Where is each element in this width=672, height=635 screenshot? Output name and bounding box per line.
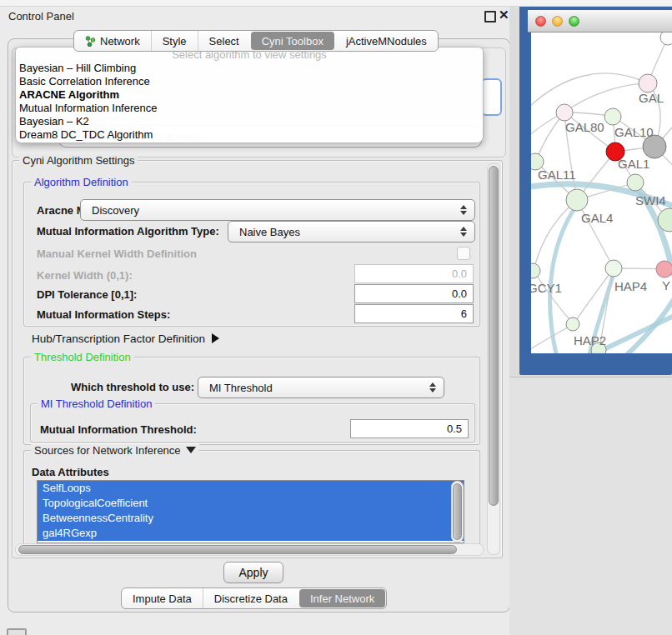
control-panel-title: Control Panel bbox=[8, 10, 74, 22]
node-label-gal11: GAL11 bbox=[538, 168, 576, 182]
kernel-width-field[interactable]: 0.0 bbox=[354, 264, 474, 283]
data-attributes-list: SelfLoopsTopologicalCoefficientBetweenne… bbox=[37, 480, 464, 543]
stepper-arrows-icon bbox=[460, 227, 467, 237]
tab-label: Infer Network bbox=[310, 592, 374, 605]
close-traffic-light-icon[interactable] bbox=[535, 16, 546, 27]
attribute-item-topologicalcoefficient[interactable]: TopologicalCoefficient bbox=[38, 496, 464, 511]
collapse-arrow-icon bbox=[186, 447, 196, 453]
manual-kernel-checkbox[interactable] bbox=[457, 247, 470, 260]
algorithm-option-aracne-algorithm[interactable]: ARACNE Algorithm bbox=[16, 88, 483, 102]
cyni-algorithm-settings-title: Cyni Algorithm Settings bbox=[19, 154, 138, 167]
aracne-mode-select[interactable]: Discovery bbox=[80, 199, 475, 221]
control-panel-bottom-tabs: Impute DataDiscretize DataInfer Network bbox=[121, 588, 387, 609]
tab-label: Discretize Data bbox=[214, 592, 288, 605]
network-tab-icon bbox=[85, 36, 96, 47]
tab-label: Select bbox=[209, 35, 239, 48]
node-label-gal10: GAL10 bbox=[614, 125, 654, 139]
minimize-traffic-light-icon[interactable] bbox=[552, 16, 563, 27]
hub-definition-toggle[interactable]: Hub/Transcription Factor Definition bbox=[32, 332, 219, 345]
close-icon[interactable]: ✕ bbox=[499, 8, 509, 22]
settings-vertical-scrollbar[interactable] bbox=[487, 163, 500, 555]
mi-threshold-label: Mutual Information Threshold: bbox=[40, 423, 197, 436]
algorithm-option-dream8-dc-tdc-algorithm[interactable]: Dream8 DC_TDC Algorithm bbox=[16, 128, 483, 142]
which-threshold-value: MI Threshold bbox=[209, 382, 273, 394]
data-attributes-label: Data Attributes bbox=[32, 466, 109, 478]
settings-horizontal-scrollbar[interactable] bbox=[15, 543, 484, 556]
network-edge[interactable] bbox=[624, 294, 672, 353]
dpi-tolerance-field[interactable]: 0.0 bbox=[354, 284, 474, 303]
tab-network[interactable]: Network bbox=[74, 31, 151, 51]
tab-jactivemnodules[interactable]: jActiveMNodules bbox=[335, 31, 438, 51]
zoom-traffic-light-icon[interactable] bbox=[569, 16, 579, 27]
network-window-titlebar bbox=[528, 10, 672, 32]
tab-label: Network bbox=[100, 35, 140, 48]
dpi-tolerance-label: DPI Tolerance [0,1]: bbox=[37, 288, 137, 301]
which-threshold-select[interactable]: MI Threshold bbox=[198, 377, 444, 398]
manual-kernel-label: Manual Kernel Width Definition bbox=[37, 248, 197, 260]
node-label-y: Y bbox=[662, 278, 670, 292]
node-label-hap4: HAP4 bbox=[614, 279, 647, 293]
hub-definition-label: Hub/Transcription Factor Definition bbox=[32, 332, 205, 345]
tab-discretize-data[interactable]: Discretize Data bbox=[203, 588, 298, 608]
sources-title: Sources for Network Inference bbox=[34, 444, 181, 457]
mi-steps-label: Mutual Information Steps: bbox=[37, 308, 170, 321]
sources-title-row[interactable]: Sources for Network Inference bbox=[31, 444, 199, 457]
which-threshold-label: Which threshold to use: bbox=[71, 381, 194, 393]
top-strip bbox=[0, 0, 672, 7]
algorithm-option-mutual-information-inference[interactable]: Mutual Information Inference bbox=[16, 102, 483, 115]
control-panel-tabs: NetworkStyleSelectCyni ToolboxjActiveMNo… bbox=[73, 30, 439, 52]
network-edge[interactable] bbox=[564, 83, 648, 112]
tab-cyni-toolbox[interactable]: Cyni Toolbox bbox=[251, 32, 334, 50]
stepper-arrows-icon bbox=[460, 205, 467, 215]
stepper-arrows-icon bbox=[429, 382, 436, 392]
node-label-gal1: GAL1 bbox=[618, 157, 649, 171]
algorithm-dropdown-list: Select algorithm to view settings Bayesi… bbox=[15, 47, 484, 143]
network-node[interactable] bbox=[605, 260, 622, 277]
node-label-swi4: SWI4 bbox=[635, 193, 666, 208]
network-node[interactable] bbox=[627, 174, 644, 191]
tab-infer-network[interactable]: Infer Network bbox=[299, 589, 385, 608]
network-node[interactable] bbox=[604, 108, 621, 125]
algorithm-option-bayesian-hill-climbing[interactable]: Bayesian – Hill Climbing bbox=[16, 62, 483, 75]
network-node[interactable] bbox=[566, 318, 579, 331]
node-label-gcy1: GCY1 bbox=[531, 281, 562, 295]
network-edge[interactable] bbox=[534, 271, 574, 324]
algorithm-option-bayesian-k2[interactable]: Bayesian – K2 bbox=[16, 115, 483, 128]
attribute-item-gal4rgexp[interactable]: gal4RGexp bbox=[38, 526, 464, 541]
network-edge[interactable] bbox=[531, 73, 648, 108]
network-canvas[interactable]: GALGAL80GAL10GAL1GAL11GAL4SWI4GCY1HAP4YH… bbox=[531, 32, 672, 353]
network-node[interactable] bbox=[566, 189, 588, 211]
attribute-item-selfloops[interactable]: SelfLoops bbox=[38, 481, 464, 496]
network-view-window[interactable]: GALGAL80GAL10GAL1GAL11GAL4SWI4GCY1HAP4YH… bbox=[519, 5, 672, 375]
table-panel: Table Panel ⚙ ✓✓ shared... name YDL19...… bbox=[509, 377, 672, 635]
tab-impute-data[interactable]: Impute Data bbox=[122, 588, 203, 608]
algorithm-definition-title: Algorithm Definition bbox=[31, 176, 132, 188]
node-label-gal4: GAL4 bbox=[581, 211, 613, 225]
attributes-vertical-scrollbar[interactable] bbox=[451, 481, 464, 542]
tab-label: Cyni Toolbox bbox=[262, 35, 323, 48]
apply-button[interactable]: Apply bbox=[223, 562, 283, 583]
network-node[interactable] bbox=[656, 261, 672, 278]
network-node[interactable] bbox=[660, 32, 672, 45]
node-label-gal: GAL bbox=[639, 91, 664, 105]
network-node[interactable] bbox=[639, 74, 657, 92]
mi-algorithm-type-select[interactable]: Naive Bayes bbox=[228, 221, 475, 242]
mi-algorithm-type-label: Mutual Information Algorithm Type: bbox=[37, 225, 219, 238]
network-graph: GALGAL80GAL10GAL1GAL11GAL4SWI4GCY1HAP4YH… bbox=[531, 32, 672, 353]
tab-label: jActiveMNodules bbox=[346, 35, 427, 48]
attribute-item-betweennesscentrality[interactable]: BetweennessCentrality bbox=[38, 511, 464, 526]
expand-arrow-icon bbox=[212, 333, 219, 343]
tab-label: Style bbox=[163, 35, 187, 48]
node-label-gal80: GAL80 bbox=[565, 120, 604, 134]
mi-steps-field[interactable]: 6 bbox=[354, 304, 474, 323]
tab-style[interactable]: Style bbox=[151, 31, 198, 51]
mi-algorithm-type-value: Naive Bayes bbox=[239, 226, 300, 238]
minimized-panel-icon[interactable] bbox=[7, 628, 27, 635]
float-window-icon[interactable] bbox=[484, 11, 496, 22]
algorithm-option-basic-correlation-inference[interactable]: Basic Correlation Inference bbox=[16, 75, 483, 88]
tab-select[interactable]: Select bbox=[198, 31, 250, 51]
kernel-width-label: Kernel Width (0,1): bbox=[37, 269, 133, 282]
network-node[interactable] bbox=[556, 104, 573, 121]
network-node[interactable] bbox=[531, 263, 540, 278]
mi-threshold-field[interactable]: 0.5 bbox=[350, 419, 469, 438]
